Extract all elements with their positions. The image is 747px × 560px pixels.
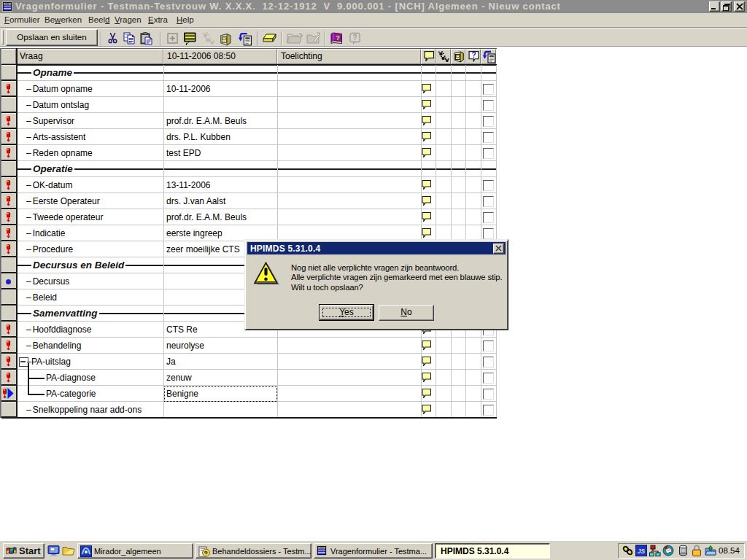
svg-text:?: ? — [353, 34, 357, 42]
svg-text:?: ? — [336, 34, 340, 42]
svg-text:JS: JS — [638, 548, 646, 555]
svg-text:?: ? — [471, 51, 476, 59]
